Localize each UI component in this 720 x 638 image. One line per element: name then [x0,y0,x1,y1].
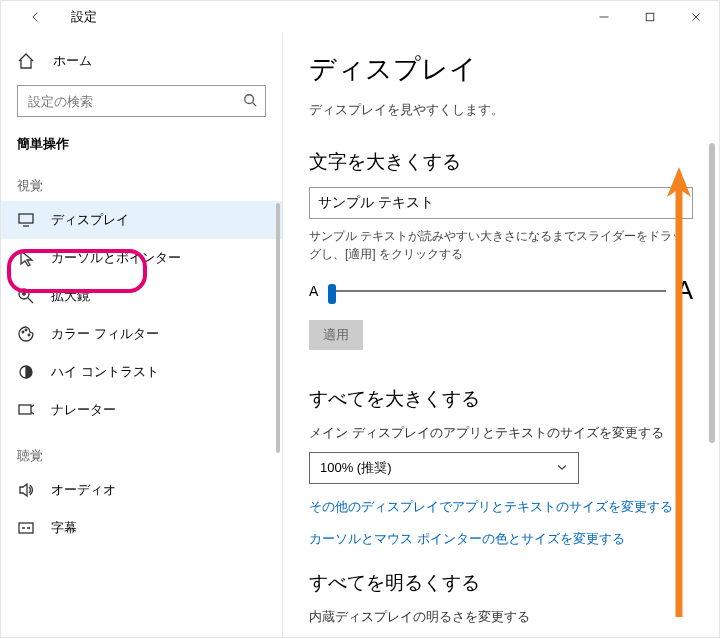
sidebar-item-label: カーソルとポインター [51,249,181,267]
settings-window: 設定 ホーム 簡単操作 視覚 ディスプレイ [0,0,720,638]
page-subtitle: ディスプレイを見やすくします。 [309,101,693,119]
minimize-button[interactable] [581,1,627,33]
sidebar-item-label: 字幕 [51,519,77,537]
svg-point-6 [28,334,30,336]
sidebar-item-label: オーディオ [51,481,116,499]
svg-point-4 [22,331,24,333]
slider-min-label: A [309,283,318,299]
sidebar-item-captions[interactable]: 字幕 [1,509,282,547]
sidebar-item-colorfilter[interactable]: カラー フィルター [1,315,282,353]
home-icon [17,52,35,70]
contrast-icon [17,363,35,381]
sidebar-item-magnifier[interactable]: 拡大鏡 [1,277,282,315]
window-title: 設定 [71,8,97,26]
search-input[interactable] [26,93,243,110]
apply-button[interactable]: 適用 [309,320,363,350]
content-pane: ディスプレイ ディスプレイを見やすくします。 文字を大きくする サンプル テキス… [283,33,719,637]
brightness-description: 内蔵ディスプレイの明るさを変更する [309,608,693,626]
svg-rect-9 [19,523,33,533]
search-box[interactable] [17,85,266,117]
magnifier-icon [17,287,35,305]
dropdown-value: 100% (推奨) [320,459,392,477]
link-cursor-pointer[interactable]: カーソルとマウス ポインターの色とサイズを変更する [309,530,693,548]
sample-text-box: サンプル テキスト [309,187,693,219]
scale-description: メイン ディスプレイのアプリとテキストのサイズを変更する [309,424,693,442]
text-size-slider[interactable] [328,281,665,301]
sidebar-scrollbar[interactable] [276,203,280,453]
sidebar-item-label: ナレーター [51,401,116,419]
svg-point-1 [245,94,254,103]
sidebar-item-label: カラー フィルター [51,325,159,343]
section-bigger-all: すべてを大きくする [309,386,693,412]
titlebar: 設定 [1,1,719,33]
speaker-icon [17,481,35,499]
group-visual: 視覚 [1,159,282,201]
brightness-slider[interactable] [333,636,655,637]
content-scrollbar[interactable] [709,143,715,443]
sidebar-item-narrator[interactable]: ナレーター [1,391,282,429]
chevron-down-icon [556,461,568,476]
group-hearing: 聴覚 [1,429,282,471]
slider-max-label: A [676,275,693,306]
close-button[interactable] [673,1,719,33]
sidebar-item-highcontrast[interactable]: ハイ コントラスト [1,353,282,391]
sidebar-item-label: ハイ コントラスト [51,363,159,381]
slider-thumb[interactable] [328,284,336,304]
captions-icon [17,519,35,537]
home-label: ホーム [53,52,92,70]
svg-point-5 [25,329,27,331]
section-bigger-text: 文字を大きくする [309,149,693,175]
narrator-icon [17,401,35,419]
link-other-displays[interactable]: その他のディスプレイでアプリとテキストのサイズを変更する [309,498,693,516]
maximize-button[interactable] [627,1,673,33]
svg-rect-0 [646,13,654,21]
hint-text: サンプル テキストが読みやすい大きさになるまでスライダーをドラッグし、[適用] … [309,227,693,263]
monitor-icon [17,211,35,229]
cursor-icon [17,249,35,267]
sidebar-item-display[interactable]: ディスプレイ [1,201,282,239]
page-title: ディスプレイ [309,51,693,87]
palette-icon [17,325,35,343]
sidebar-item-label: ディスプレイ [51,211,129,229]
svg-rect-8 [19,405,31,414]
back-button[interactable] [13,1,59,33]
home-button[interactable]: ホーム [1,43,282,79]
sidebar-item-cursor[interactable]: カーソルとポインター [1,239,282,277]
svg-rect-2 [19,214,33,223]
section-brighter: すべてを明るくする [309,570,693,596]
sidebar-item-label: 拡大鏡 [51,287,90,305]
sidebar: ホーム 簡単操作 視覚 ディスプレイ カーソルとポインター 拡大鏡 [1,33,283,637]
scale-dropdown[interactable]: 100% (推奨) [309,452,579,484]
sidebar-heading: 簡単操作 [1,127,282,159]
search-icon [243,93,257,110]
sun-icon [309,637,325,638]
sidebar-item-audio[interactable]: オーディオ [1,471,282,509]
